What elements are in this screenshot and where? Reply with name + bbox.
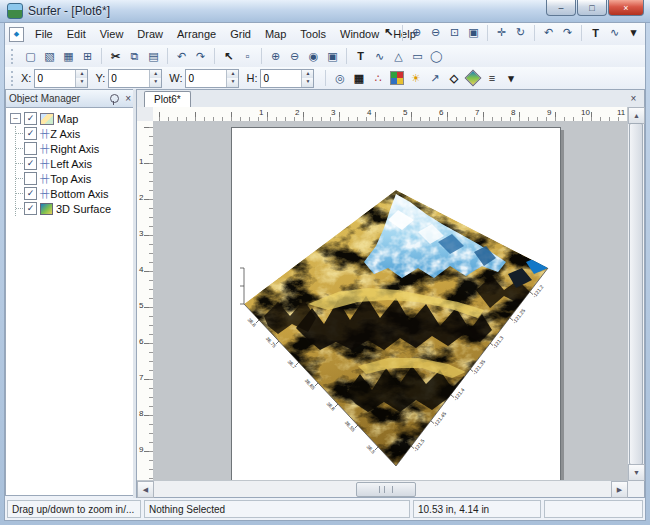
collapse-icon[interactable]: – (10, 113, 21, 124)
redo-icon[interactable]: ↷ (559, 24, 576, 41)
x-input[interactable] (35, 70, 75, 87)
select-arrow-icon[interactable]: ↖ (220, 48, 237, 65)
vertical-scroll-thumb[interactable] (629, 123, 643, 465)
tree-item-label[interactable]: Top Axis (50, 173, 91, 185)
polyline-tool-icon[interactable]: ∿ (371, 48, 388, 65)
wireframe-map-icon[interactable]: ◇ (445, 70, 462, 87)
menu-file[interactable]: File (28, 25, 60, 43)
w-spinner[interactable]: ▲▼ (226, 70, 238, 87)
contour-map-icon[interactable]: ◎ (331, 70, 348, 87)
zoom-in-icon[interactable]: ⊕ (408, 24, 425, 41)
x-spinner[interactable]: ▲▼ (75, 70, 87, 87)
tree-item-label[interactable]: Map (57, 113, 78, 125)
save-icon[interactable]: ▦ (60, 48, 77, 65)
shaded-relief-map-icon[interactable]: ☀ (407, 70, 424, 87)
pin-icon[interactable] (110, 94, 119, 103)
new-icon[interactable]: ▢ (22, 48, 39, 65)
maximize-button[interactable]: □ (577, 0, 607, 16)
tab-close-icon[interactable]: × (627, 92, 640, 105)
paste-icon[interactable]: ▤ (145, 48, 162, 65)
toolbar-grip[interactable] (11, 71, 17, 86)
surface-map-icon[interactable] (464, 70, 481, 87)
polygon-tool-icon[interactable]: △ (390, 48, 407, 65)
y-spinner[interactable]: ▲▼ (149, 70, 161, 87)
w-input[interactable] (186, 70, 226, 87)
zoom-out-icon[interactable]: ⊖ (427, 24, 444, 41)
undo-icon[interactable]: ↶ (540, 24, 557, 41)
drawing-canvas[interactable]: 36.8 36.75 36.7 36.65 36.6 36.55 36.5 -1… (153, 121, 628, 481)
tree-item-left-axis[interactable]: ✓ ┼┼ Left Axis (16, 156, 134, 171)
print-icon[interactable]: ⊞ (79, 48, 96, 65)
tree-item-label[interactable]: Right Axis (50, 143, 99, 155)
h-input[interactable] (261, 70, 301, 87)
block-select-icon[interactable]: ▫ (239, 48, 256, 65)
h-spinner[interactable]: ▲▼ (301, 70, 313, 87)
left-axis-checkbox[interactable]: ✓ (24, 157, 37, 170)
tree-item-label[interactable]: Z Axis (50, 128, 80, 140)
tree-item-label[interactable]: Left Axis (50, 158, 92, 170)
vector-map-icon[interactable]: ↗ (426, 70, 443, 87)
y-input[interactable] (109, 70, 149, 87)
redraw-icon[interactable]: ↻ (512, 24, 529, 41)
map-checkbox[interactable]: ✓ (24, 112, 37, 125)
menu-draw[interactable]: Draw (130, 25, 170, 43)
tab-plot6[interactable]: Plot6* (144, 91, 191, 107)
top-axis-checkbox[interactable]: ✓ (24, 172, 37, 185)
spline-tool-icon[interactable]: ∿ (606, 24, 623, 41)
copy-icon[interactable]: ⧉ (126, 48, 143, 65)
horizontal-scrollbar[interactable]: ◀ ▶ (137, 480, 628, 497)
zoom-in-icon[interactable]: ⊕ (267, 48, 284, 65)
toolbar-options-dropdown-icon[interactable]: ▾ (625, 24, 642, 41)
menu-view[interactable]: View (93, 25, 131, 43)
tree-item-right-axis[interactable]: ✓ ┼┼ Right Axis (16, 141, 134, 156)
text-tool-icon[interactable]: T (352, 48, 369, 65)
tree-item-label[interactable]: Bottom Axis (50, 188, 108, 200)
post-map-icon[interactable]: ∴ (369, 70, 386, 87)
grid-list-icon[interactable]: ≡ (483, 70, 500, 87)
surface-checkbox[interactable]: ✓ (24, 202, 37, 215)
z-axis-checkbox[interactable]: ✓ (24, 127, 37, 140)
right-axis-checkbox[interactable]: ✓ (24, 142, 37, 155)
scroll-down-button[interactable]: ▼ (628, 464, 645, 481)
menu-tools[interactable]: Tools (293, 25, 333, 43)
cut-icon[interactable]: ✂ (107, 48, 124, 65)
open-icon[interactable]: ▧ (41, 48, 58, 65)
scroll-right-button[interactable]: ▶ (611, 481, 628, 498)
tree-item-bottom-axis[interactable]: ✓ ┼┼ Bottom Axis (16, 186, 134, 201)
tree-item-map[interactable]: – ✓ Map (10, 111, 134, 126)
zoom-full-icon[interactable]: ▣ (465, 24, 482, 41)
menu-map[interactable]: Map (258, 25, 293, 43)
undo-icon[interactable]: ↶ (173, 48, 190, 65)
horizontal-scroll-thumb[interactable] (356, 482, 416, 497)
panel-close-icon[interactable]: × (125, 94, 131, 104)
zoom-out-icon[interactable]: ⊖ (286, 48, 303, 65)
vertical-scrollbar[interactable]: ▲ ▼ (627, 107, 644, 481)
zoom-rect-icon[interactable]: ⊡ (446, 24, 463, 41)
menu-grid[interactable]: Grid (223, 25, 258, 43)
base-map-icon[interactable]: ▦ (350, 70, 367, 87)
minimize-button[interactable]: – (546, 0, 576, 16)
close-button[interactable]: × (608, 0, 644, 16)
ellipse-tool-icon[interactable]: ◯ (428, 48, 445, 65)
map-options-dropdown-icon[interactable]: ▾ (502, 70, 519, 87)
tree-item-top-axis[interactable]: ✓ ┼┼ Top Axis (16, 171, 134, 186)
pan-icon[interactable]: ✛ (493, 24, 510, 41)
tree-item-3d-surface[interactable]: ✓ 3D Surface (16, 201, 134, 216)
text-tool-icon[interactable]: T (587, 24, 604, 41)
map-3d-surface[interactable]: 36.8 36.75 36.7 36.65 36.6 36.55 36.5 -1… (238, 180, 554, 472)
menu-edit[interactable]: Edit (60, 25, 93, 43)
tab-bar: Plot6* × (137, 90, 644, 108)
bottom-axis-checkbox[interactable]: ✓ (24, 187, 37, 200)
zoom-page-icon[interactable]: ▣ (324, 48, 341, 65)
scroll-left-button[interactable]: ◀ (137, 481, 154, 498)
redo-icon[interactable]: ↷ (192, 48, 209, 65)
select-arrow-icon[interactable]: ↖ (380, 24, 397, 41)
tree-item-label[interactable]: 3D Surface (56, 203, 111, 215)
tree-item-z-axis[interactable]: ✓ ┼┼ Z Axis (16, 126, 134, 141)
zoom-realtime-icon[interactable]: ◉ (305, 48, 322, 65)
scroll-up-button[interactable]: ▲ (628, 107, 645, 124)
menu-arrange[interactable]: Arrange (170, 25, 223, 43)
image-map-icon[interactable] (388, 70, 405, 87)
rectangle-tool-icon[interactable]: ▭ (409, 48, 426, 65)
toolbar-grip[interactable] (11, 49, 17, 64)
